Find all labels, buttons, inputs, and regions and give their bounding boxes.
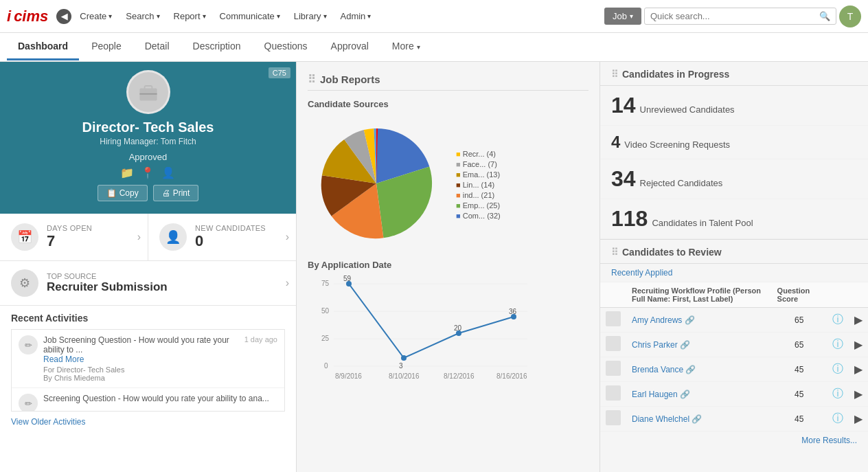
recent-activities-title: Recent Activities bbox=[11, 313, 285, 324]
top-source-card[interactable]: ⚙ TOP SOURCE Recruiter Submission › bbox=[0, 261, 296, 306]
unreviewed-label: Unreviewed Candidates bbox=[640, 104, 735, 115]
question-icon-4[interactable]: ⓘ bbox=[832, 412, 843, 424]
question-icon-0[interactable]: ⓘ bbox=[832, 313, 843, 325]
activity-scroll-area[interactable]: ✏ Job Screening Question - How would you… bbox=[11, 329, 285, 412]
location-icon[interactable]: 📍 bbox=[141, 166, 155, 179]
quick-search-input[interactable] bbox=[650, 11, 815, 21]
video-icon-3[interactable]: ▶ bbox=[854, 388, 863, 400]
recently-applied-link[interactable]: Recently Applied bbox=[600, 264, 868, 282]
video-icon-1[interactable]: ▶ bbox=[854, 339, 863, 350]
col-score: Question Score bbox=[772, 282, 827, 308]
logo-text: i bbox=[7, 8, 11, 25]
print-icon: 🖨 bbox=[162, 188, 170, 198]
video-icon-0[interactable]: ▶ bbox=[854, 314, 863, 326]
candidate-avatar-2 bbox=[606, 361, 621, 376]
top-source-value: Recruiter Submission bbox=[47, 280, 168, 294]
right-content: ⠿ Job Reports Candidate Sources bbox=[297, 62, 868, 472]
rejected-stat[interactable]: 34 Rejected Candidates bbox=[600, 159, 868, 199]
video-icon-4[interactable]: ▶ bbox=[854, 413, 863, 425]
candidate-name-2[interactable]: Brenda Vance 🔗 bbox=[632, 365, 696, 374]
person-icon[interactable]: 👤 bbox=[161, 166, 175, 179]
svg-rect-2 bbox=[139, 93, 157, 95]
folder-icon[interactable]: 📁 bbox=[120, 166, 134, 179]
right-panel-scroll[interactable]: ⠿ Candidates in Progress 14 Unreviewed C… bbox=[600, 62, 868, 472]
question-action-3[interactable]: ⓘ bbox=[827, 382, 849, 407]
candidates-in-progress-title: ⠿ Candidates in Progress bbox=[600, 62, 868, 86]
tab-people[interactable]: People bbox=[80, 34, 133, 60]
review-table: Recruiting Workflow Profile (Person Full… bbox=[600, 282, 868, 431]
point-2 bbox=[401, 355, 407, 361]
video-screening-stat[interactable]: 4 Video Screening Requests bbox=[600, 126, 868, 159]
new-candidates-label: NEW CANDIDATES bbox=[195, 224, 266, 232]
rejected-num: 34 bbox=[611, 166, 636, 192]
video-icon-2[interactable]: ▶ bbox=[854, 363, 863, 375]
tab-questions[interactable]: Questions bbox=[253, 34, 319, 60]
activity-text-1: Job Screening Question - How would you r… bbox=[43, 335, 239, 355]
candidate-name-0[interactable]: Amy Andrews 🔗 bbox=[632, 315, 695, 325]
activity-read-more-1[interactable]: Read More bbox=[43, 355, 84, 364]
candidate-name-4[interactable]: Diane Whelchel 🔗 bbox=[632, 414, 702, 424]
copy-icon: 📋 bbox=[106, 188, 117, 198]
job-dropdown-btn[interactable]: Job ▾ bbox=[604, 8, 641, 25]
unreviewed-stat[interactable]: 14 Unreviewed Candidates bbox=[600, 86, 868, 126]
talent-pool-stat[interactable]: 118 Candidates in Talent Pool bbox=[600, 199, 868, 239]
table-row: Amy Andrews 🔗 65 ⓘ ▶ bbox=[600, 308, 868, 333]
quick-search-box[interactable]: 🔍 bbox=[644, 8, 836, 25]
question-action-1[interactable]: ⓘ bbox=[827, 333, 849, 357]
svg-text:8/12/2016: 8/12/2016 bbox=[444, 372, 475, 380]
view-older-link[interactable]: View Older Activities bbox=[11, 417, 285, 427]
nav-create[interactable]: Create ▾ bbox=[74, 8, 117, 24]
question-action-0[interactable]: ⓘ bbox=[827, 308, 849, 333]
nav-toggle-btn[interactable]: ◀ bbox=[56, 9, 71, 24]
video-action-4[interactable]: ▶ bbox=[849, 407, 868, 431]
question-icon-1[interactable]: ⓘ bbox=[832, 338, 843, 350]
line-chart-wrap: By Application Date 75 50 25 0 bbox=[308, 260, 589, 387]
top-source-icon: ⚙ bbox=[11, 269, 38, 297]
tab-detail[interactable]: Detail bbox=[134, 34, 181, 60]
job-title: Director- Tech Sales bbox=[82, 120, 214, 135]
video-label: Video Screening Requests bbox=[624, 139, 730, 150]
candidate-score-2: 45 bbox=[772, 357, 827, 382]
logo[interactable]: i cims bbox=[7, 8, 48, 25]
line-chart-polyline bbox=[349, 284, 514, 358]
print-btn[interactable]: 🖨 Print bbox=[153, 185, 199, 201]
new-candidates-card[interactable]: 👤 NEW CANDIDATES 0 › bbox=[148, 214, 296, 260]
tab-description[interactable]: Description bbox=[182, 34, 252, 60]
question-action-2[interactable]: ⓘ bbox=[827, 357, 849, 382]
video-action-1[interactable]: ▶ bbox=[849, 333, 868, 357]
top-source-label: TOP SOURCE bbox=[47, 272, 168, 280]
video-action-0[interactable]: ▶ bbox=[849, 308, 868, 333]
recent-activities-section: Recent Activities ✏ Job Screening Questi… bbox=[0, 306, 296, 434]
nav-library[interactable]: Library ▾ bbox=[288, 8, 332, 24]
col-action1 bbox=[827, 282, 849, 308]
question-icon-2[interactable]: ⓘ bbox=[832, 363, 843, 374]
new-candidates-arrow: › bbox=[286, 231, 289, 243]
video-action-3[interactable]: ▶ bbox=[849, 382, 868, 407]
question-action-4[interactable]: ⓘ bbox=[827, 407, 849, 431]
more-results-link[interactable]: More Results... bbox=[600, 431, 868, 449]
tab-approval[interactable]: Approval bbox=[320, 34, 380, 60]
activity-item-2: ✏ Screening Question - How would you rat… bbox=[12, 388, 284, 412]
candidate-avatar-4 bbox=[606, 410, 621, 425]
candidate-name-3[interactable]: Earl Haugen 🔗 bbox=[632, 390, 690, 399]
candidate-name-1[interactable]: Chris Parker 🔗 bbox=[632, 340, 690, 350]
briefcase-icon bbox=[136, 80, 161, 104]
nav-admin[interactable]: Admin ▾ bbox=[335, 8, 377, 24]
nav-report[interactable]: Report ▾ bbox=[168, 8, 212, 24]
days-open-label: DAYS OPEN bbox=[47, 224, 92, 232]
user-avatar[interactable]: T bbox=[839, 5, 861, 27]
copy-btn[interactable]: 📋 Copy bbox=[98, 185, 148, 201]
tab-more[interactable]: More ▾ bbox=[381, 34, 431, 60]
nav-communicate[interactable]: Communicate ▾ bbox=[214, 8, 286, 24]
nav-search[interactable]: Search ▾ bbox=[120, 8, 165, 24]
video-action-2[interactable]: ▶ bbox=[849, 357, 868, 382]
table-row: Earl Haugen 🔗 45 ⓘ ▶ bbox=[600, 382, 868, 407]
days-open-card[interactable]: 📅 DAYS OPEN 7 › bbox=[0, 214, 148, 260]
rejected-label: Rejected Candidates bbox=[640, 178, 723, 188]
question-icon-3[interactable]: ⓘ bbox=[832, 387, 843, 399]
candidate-avatar-0 bbox=[606, 311, 621, 326]
drag-handle-icon: ⠿ bbox=[308, 73, 316, 86]
svg-text:8/9/2016: 8/9/2016 bbox=[335, 372, 362, 380]
tab-dashboard[interactable]: Dashboard bbox=[7, 34, 79, 60]
talent-pool-num: 118 bbox=[611, 206, 648, 232]
